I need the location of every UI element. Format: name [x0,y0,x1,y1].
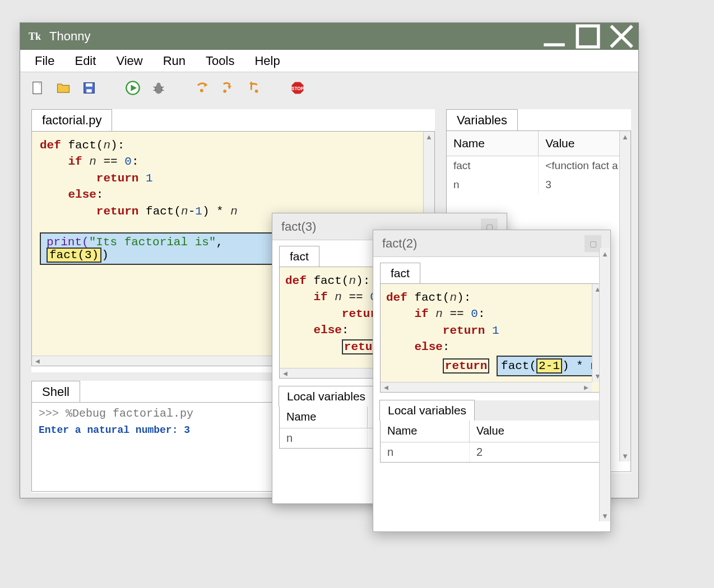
debug-frame-window[interactable]: fact(2) ▢ fact def fact(n): if n == 0: r… [373,230,611,532]
shell-tab[interactable]: Shell [31,381,80,403]
frame-tab[interactable]: fact [279,246,319,267]
menubar: File Edit View Run Tools Help [20,50,638,72]
locals-header-name: Name [381,420,470,442]
open-folder-icon[interactable] [55,80,72,96]
debug-icon[interactable] [150,80,167,96]
table-row: n 3 [447,175,630,194]
close-button[interactable] [605,23,638,50]
menu-tools[interactable]: Tools [196,50,244,72]
menu-view[interactable]: View [106,50,152,72]
local-variables-panel: Local variables Name Value n 2 ▲▼ [380,400,604,463]
new-file-icon[interactable] [29,80,46,96]
stop-icon[interactable]: STOP [289,80,306,96]
svg-marker-21 [249,81,253,84]
variables-table[interactable]: Name Value fact <function fact a n 3 [447,131,630,194]
svg-marker-19 [228,86,231,89]
table-row: n 2 [381,442,603,463]
editor-call-print: print( [47,236,89,249]
local-variables-tab[interactable]: Local variables [279,386,374,407]
variables-header-name: Name [447,131,539,156]
highlighted-call: fact(2-1) * n [497,356,602,376]
local-variables-table[interactable]: Name Value n 2 [381,420,603,462]
locals-scrollbar-vertical[interactable]: ▲▼ [599,248,610,521]
menu-help[interactable]: Help [244,50,290,72]
locals-header-value: Value [470,420,603,442]
menu-run[interactable]: Run [153,50,196,72]
svg-point-12 [157,83,161,87]
step-out-icon[interactable] [245,80,262,96]
editor-tab[interactable]: factorial.py [31,109,112,132]
svg-rect-1 [577,26,599,47]
step-into-icon[interactable] [220,80,237,96]
window-title: Thonny [49,29,90,44]
current-line-highlight: print("Its factorial is", fact(3)) [40,232,281,265]
svg-point-22 [255,90,258,93]
highlighted-arg: 2-1 [536,358,562,374]
app-logo-icon: Tk [28,30,41,43]
maximize-button[interactable] [571,23,605,50]
minimize-button[interactable] [537,23,571,50]
variables-scrollbar-vertical[interactable]: ▲▼ [619,131,630,461]
frame-code-editor[interactable]: def fact(n): if n == 0: return 1 else: r… [380,283,604,393]
titlebar[interactable]: Tk Thonny [20,23,638,50]
variables-tab[interactable]: Variables [446,109,518,131]
shell-command: %Debug factorial.py [66,407,193,420]
save-icon[interactable] [81,80,98,96]
run-icon[interactable] [124,80,141,96]
svg-point-20 [223,90,226,93]
toolbar: STOP [20,72,638,104]
variables-header-value: Value [539,131,630,156]
frame-title: fact(3) [281,220,316,234]
table-row: fact <function fact a [447,156,630,176]
menu-edit[interactable]: Edit [64,50,106,72]
svg-rect-7 [86,83,92,87]
frame-titlebar[interactable]: fact(2) ▢ [373,230,610,257]
local-variables-tab[interactable]: Local variables [379,400,475,421]
frame-tab[interactable]: fact [380,263,420,283]
shell-output-value: 3 [184,424,190,436]
locals-header-name: Name [280,406,368,428]
svg-point-18 [200,89,203,92]
menu-file[interactable]: File [25,50,64,72]
shell-prompt: >>> [39,407,66,420]
svg-text:STOP: STOP [291,86,304,91]
frame-title: fact(2) [382,236,417,251]
frame-scrollbar-horizontal[interactable]: ◀▶ [381,382,592,392]
step-over-icon[interactable] [194,80,211,96]
highlighted-call: fact(3) [47,248,101,263]
svg-rect-8 [86,89,91,92]
shell-output-prompt: Enter a natural number: [39,424,184,436]
